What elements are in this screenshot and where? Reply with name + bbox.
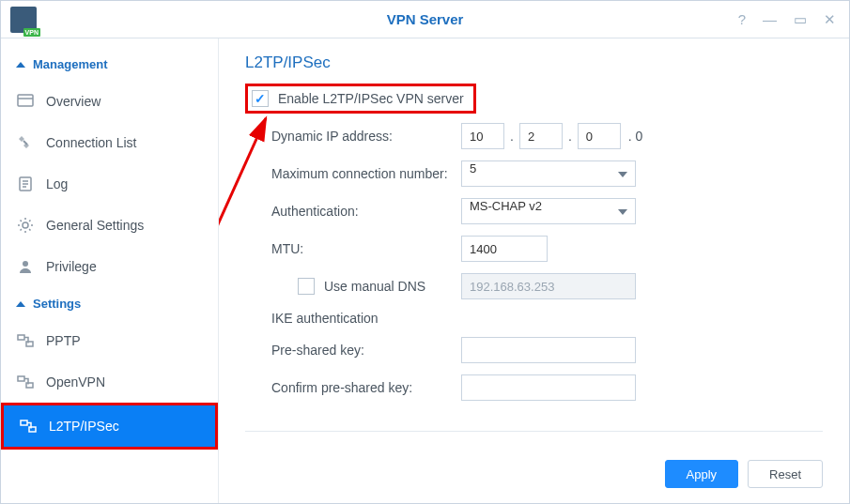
manual-dns-checkbox[interactable] — [298, 278, 315, 295]
svg-rect-13 — [21, 420, 27, 425]
reset-button[interactable]: Reset — [748, 460, 823, 488]
overview-icon — [16, 92, 35, 111]
panel-title: L2TP/IPSec — [245, 53, 823, 72]
manual-dns-input — [461, 273, 636, 299]
row-mtu: MTU: — [245, 236, 823, 262]
footer-buttons: Apply Reset — [665, 460, 824, 488]
chevron-up-icon — [16, 301, 25, 307]
row-confirm-psk: Confirm pre-shared key: — [245, 374, 823, 401]
enable-l2tp-row[interactable]: Enable L2TP/IPSec VPN server — [245, 84, 476, 114]
form: Dynamic IP address: . . . 0 Maximum conn… — [245, 123, 823, 401]
network-icon — [19, 417, 38, 435]
row-manual-dns: Use manual DNS — [245, 273, 823, 299]
section-label: Management — [33, 57, 107, 71]
manual-dns-option[interactable]: Use manual DNS — [245, 278, 461, 295]
section-settings[interactable]: Settings — [1, 287, 218, 320]
maximize-icon[interactable]: ▭ — [794, 12, 807, 26]
sidebar-item-label: PPTP — [46, 333, 81, 348]
sidebar-item-label: L2TP/IPSec — [49, 419, 119, 434]
minimize-icon[interactable]: — — [763, 12, 777, 26]
close-icon[interactable]: ✕ — [824, 12, 836, 26]
ip-octet-3[interactable] — [578, 123, 621, 149]
ip-octet-4-static: . 0 — [628, 129, 643, 144]
section-management[interactable]: Management — [1, 48, 218, 81]
plug-icon — [16, 133, 35, 152]
sidebar-item-pptp[interactable]: PPTP — [1, 320, 218, 361]
divider — [245, 431, 823, 432]
window-controls: ? — ▭ ✕ — [738, 12, 849, 26]
sidebar-item-label: Privilege — [46, 259, 97, 274]
network-icon — [16, 331, 35, 350]
svg-rect-14 — [29, 427, 36, 432]
sidebar-item-privilege[interactable]: Privilege — [1, 246, 218, 287]
row-ike: IKE authentication — [245, 311, 823, 326]
manual-dns-label: Use manual DNS — [324, 279, 425, 294]
psk-label: Pre-shared key: — [245, 343, 461, 358]
row-max-conn: Maximum connection number: 5 — [245, 160, 823, 187]
content-panel: L2TP/IPSec Enable L2TP/IPSec VPN server … — [219, 38, 849, 503]
sidebar-item-label: Overview — [46, 94, 100, 109]
enable-l2tp-checkbox[interactable] — [252, 90, 269, 107]
log-icon — [16, 175, 35, 193]
chevron-up-icon — [16, 62, 25, 68]
ip-octet-1[interactable] — [461, 123, 504, 149]
help-icon[interactable]: ? — [738, 12, 746, 26]
confirm-psk-label: Confirm pre-shared key: — [245, 380, 461, 395]
sidebar-item-label: Log — [46, 176, 68, 191]
dot: . — [510, 129, 514, 144]
max-conn-select[interactable]: 5 — [461, 160, 636, 187]
row-auth: Authentication: MS-CHAP v2 — [245, 198, 823, 224]
sidebar-item-label: Connection List — [46, 135, 137, 150]
user-icon — [16, 257, 35, 276]
svg-line-2 — [23, 141, 27, 145]
psk-input[interactable] — [461, 337, 636, 363]
svg-rect-10 — [26, 342, 33, 346]
enable-l2tp-label: Enable L2TP/IPSec VPN server — [278, 91, 464, 106]
confirm-psk-input[interactable] — [461, 374, 636, 401]
svg-rect-12 — [26, 383, 33, 388]
svg-rect-9 — [18, 335, 24, 340]
dot: . — [568, 129, 572, 144]
sidebar-item-l2tp[interactable]: L2TP/IPSec — [1, 403, 218, 450]
mtu-label: MTU: — [245, 241, 461, 256]
sidebar-item-connection-list[interactable]: Connection List — [1, 122, 218, 163]
svg-point-8 — [23, 261, 28, 267]
mtu-input[interactable] — [461, 236, 548, 262]
sidebar-item-label: OpenVPN — [46, 374, 105, 389]
max-conn-label: Maximum connection number: — [245, 166, 461, 181]
row-dynamic-ip: Dynamic IP address: . . . 0 — [245, 123, 823, 149]
main: Management Overview Connection List Log … — [1, 38, 849, 503]
sidebar-item-openvpn[interactable]: OpenVPN — [1, 361, 218, 403]
row-psk: Pre-shared key: — [245, 337, 823, 363]
auth-select[interactable]: MS-CHAP v2 — [461, 198, 636, 224]
svg-rect-11 — [18, 376, 24, 381]
network-icon — [16, 373, 35, 391]
sidebar-item-overview[interactable]: Overview — [1, 81, 218, 122]
titlebar: VPN Server ? — ▭ ✕ — [1, 1, 849, 38]
apply-button[interactable]: Apply — [665, 460, 739, 488]
svg-point-7 — [23, 222, 28, 228]
ike-label: IKE authentication — [245, 311, 461, 326]
window-title: VPN Server — [387, 11, 464, 27]
section-label: Settings — [33, 297, 81, 311]
dynamic-ip-label: Dynamic IP address: — [245, 129, 461, 144]
auth-label: Authentication: — [245, 204, 461, 219]
app-icon — [10, 7, 37, 33]
sidebar-item-label: General Settings — [46, 218, 144, 233]
sidebar-item-log[interactable]: Log — [1, 163, 218, 205]
svg-rect-0 — [18, 95, 33, 106]
sidebar-item-general-settings[interactable]: General Settings — [1, 205, 218, 246]
ip-octet-2[interactable] — [519, 123, 563, 149]
gear-icon — [16, 216, 35, 235]
sidebar: Management Overview Connection List Log … — [1, 38, 219, 503]
